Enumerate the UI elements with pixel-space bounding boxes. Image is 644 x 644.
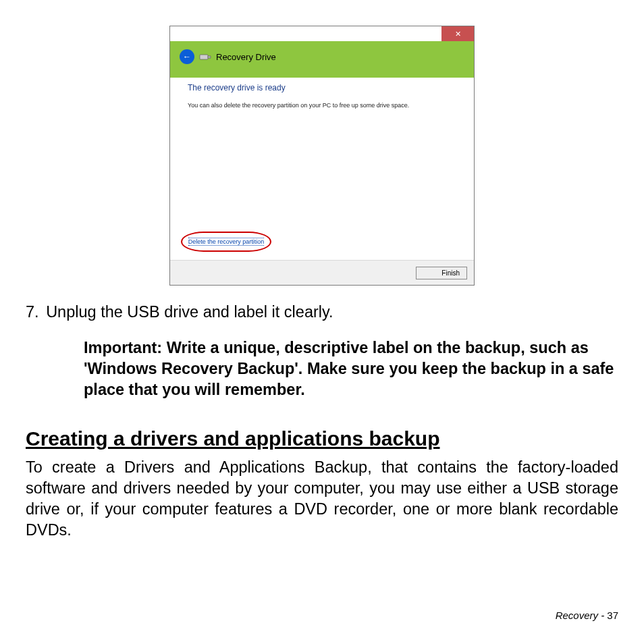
svg-rect-0 bbox=[200, 55, 208, 59]
recovery-drive-dialog: ✕ ← Recovery Drive The recovery drive is… bbox=[169, 26, 475, 286]
footer-page-number: 37 bbox=[607, 610, 618, 621]
step-number: 7. bbox=[26, 303, 39, 321]
step-7: 7. Unplug the USB drive and label it cle… bbox=[26, 302, 618, 323]
dialog-header: ← Recovery Drive bbox=[170, 41, 474, 78]
back-button[interactable]: ← bbox=[180, 49, 194, 64]
section-heading: Creating a drivers and applications back… bbox=[26, 427, 618, 450]
close-icon: ✕ bbox=[455, 30, 461, 38]
screenshot-figure: ✕ ← Recovery Drive The recovery drive is… bbox=[26, 26, 618, 286]
dialog-footer: Finish bbox=[170, 260, 474, 285]
svg-rect-1 bbox=[208, 56, 211, 58]
document-page: ✕ ← Recovery Drive The recovery drive is… bbox=[0, 0, 644, 644]
finish-button[interactable]: Finish bbox=[416, 267, 467, 279]
dialog-body: The recovery drive is ready You can also… bbox=[170, 78, 474, 260]
highlight-oval: Delete the recovery partition bbox=[181, 232, 271, 252]
step-text: Unplug the USB drive and label it clearl… bbox=[46, 303, 333, 321]
dialog-title: Recovery Drive bbox=[216, 52, 276, 62]
important-note: Important: Write a unique, descriptive l… bbox=[84, 338, 618, 400]
footer-section: Recovery - bbox=[556, 610, 608, 621]
drive-icon bbox=[198, 52, 212, 61]
ready-heading: The recovery drive is ready bbox=[188, 79, 462, 102]
arrow-left-icon: ← bbox=[183, 52, 191, 61]
delete-recovery-partition-link[interactable]: Delete the recovery partition bbox=[188, 238, 265, 246]
section-body: To create a Drivers and Applications Bac… bbox=[26, 457, 618, 541]
finish-button-label: Finish bbox=[441, 269, 460, 277]
page-footer: Recovery - 37 bbox=[556, 610, 618, 621]
close-button[interactable]: ✕ bbox=[441, 26, 474, 41]
info-text: You can also delete the recovery partiti… bbox=[188, 102, 462, 109]
dialog-titlebar: ✕ bbox=[170, 26, 474, 41]
